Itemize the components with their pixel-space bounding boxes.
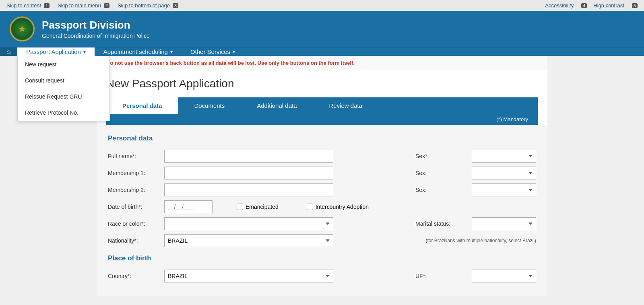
dropdown-consult-request[interactable]: Consult request [18,72,109,89]
membership1-row: Membership 1: Sex: [108,167,536,179]
mandatory-label: (*) Mandatory [496,116,528,122]
emancipated-label: Emancipated [246,204,279,210]
skip-num-1: 1 [44,3,50,8]
page-title: New Passport Application [106,77,538,90]
logo-inner [11,18,33,40]
intercountry-checkbox[interactable] [307,204,313,210]
logo [10,16,35,41]
skip-num-2: 2 [104,3,109,8]
tab-review-data[interactable]: Review data [313,97,379,114]
passport-dropdown: New request Consult request Reissue Requ… [17,56,110,121]
dropdown-reissue-request[interactable]: Reissue Request GRU [18,89,109,105]
place-of-birth-title: Place of birth [108,254,536,262]
home-icon: ⌂ [6,47,11,56]
skip-num-3: 3 [173,3,178,8]
nav-bar: ⌂ Passport Application ▾ New request Con… [0,47,644,56]
membership2-label: Membership 2: [108,187,160,193]
nav-passport-label: Passport Application [26,48,81,55]
nationality-select[interactable]: BRAZIL [164,234,333,247]
race-marital-row: Race or color*: Marital status: [108,217,536,230]
accessibility-link[interactable]: Accessibility [545,2,574,8]
skip-bar: Skip to content 1 Skip to main menu 2 Sk… [0,0,644,11]
page-title-area: New Passport Application Personal data D… [97,70,547,125]
header-title: Passport Division [42,19,150,31]
main-wrapper: Do not use the browser's back button as … [97,56,547,296]
dob-input[interactable] [164,200,213,213]
race-select[interactable] [164,217,333,230]
dropdown-retrieve-protocol[interactable]: Retrieve Protocol No. [18,105,109,121]
nationality-row: Nationality*: BRAZIL (for Brazilians wit… [108,234,536,247]
nav-appointment-scheduling[interactable]: Appointment scheduling ▾ [95,47,182,56]
skip-right-links: Accessibility 4 High contrast 5 [545,2,638,8]
intercountry-label: Intercountry Adoption [316,204,369,210]
sex2-select[interactable] [472,167,536,179]
marital-select[interactable] [472,217,536,230]
tab-additional-data[interactable]: Additional data [241,97,313,114]
fullname-label: Full name*: [108,153,160,159]
sex1-label: Sex*: [415,153,468,159]
tabs-bar: Personal data Documents Additional data … [106,97,538,114]
header-subtitle: General Coordination of Immigration Poli… [42,33,150,39]
skip-to-bottom[interactable]: Skip to bottom of page [118,2,170,8]
skip-num-4: 4 [581,3,587,8]
nationality-label: Nationality*: [108,237,160,244]
membership2-input[interactable] [164,183,333,196]
skip-to-main-menu[interactable]: Skip to main menu [58,2,101,8]
dropdown-new-request[interactable]: New request [18,56,109,72]
membership1-label: Membership 1: [108,170,160,176]
form-area: Personal data Full name*: Sex*: Membersh… [97,125,547,296]
sex3-select[interactable] [472,183,536,196]
sex3-label: Sex: [415,187,468,193]
dob-row: Date of birth*: Emancipated Intercountry… [108,200,536,213]
nav-appointment-label: Appointment scheduling [103,48,168,55]
personal-data-title: Personal data [108,134,536,142]
marital-label: Marital status: [415,221,468,227]
warning-text: Do not use the browser's back button as … [106,60,355,66]
fullname-row: Full name*: Sex*: [108,150,536,163]
sex2-label: Sex: [415,170,468,176]
race-label: Race or color*: [108,221,160,227]
uf-select[interactable] [472,270,536,282]
nav-other-services[interactable]: Other Services ▾ [182,47,244,56]
marital-note: (for Brazilians with multiple nationalit… [425,238,536,243]
fullname-input[interactable] [164,150,333,163]
tab-personal-data[interactable]: Personal data [106,97,178,114]
uf-label: UF*: [415,273,468,279]
skip-to-content[interactable]: Skip to content [6,2,41,8]
sex1-select[interactable] [472,150,536,163]
mandatory-bar: (*) Mandatory [106,114,538,125]
country-uf-row: Country*: BRAZIL UF*: [108,270,536,282]
header: Passport Division General Coordination o… [0,11,644,47]
membership1-input[interactable] [164,167,333,179]
nav-appointment-arrow: ▾ [170,49,173,55]
warning-bar: Do not use the browser's back button as … [97,56,547,70]
country-label: Country*: [108,273,160,279]
dob-label: Date of birth*: [108,204,160,210]
membership2-row: Membership 2: Sex: [108,183,536,196]
country-select[interactable]: BRAZIL [164,270,333,282]
nav-home-button[interactable]: ⌂ [0,47,17,56]
emancipated-checkbox[interactable] [237,204,243,210]
place-of-birth-section: Place of birth Country*: BRAZIL UF*: [108,254,536,282]
tab-documents[interactable]: Documents [178,97,241,114]
skip-links: Skip to content 1 Skip to main menu 2 Sk… [6,2,178,8]
nav-passport-application[interactable]: Passport Application ▾ New request Consu… [17,47,95,56]
header-text: Passport Division General Coordination o… [42,19,150,39]
nav-other-arrow: ▾ [233,49,235,55]
nav-other-label: Other Services [190,48,230,55]
skip-num-5: 5 [632,3,638,8]
nav-passport-arrow: ▾ [83,49,86,55]
high-contrast-link[interactable]: High contrast [593,2,624,8]
